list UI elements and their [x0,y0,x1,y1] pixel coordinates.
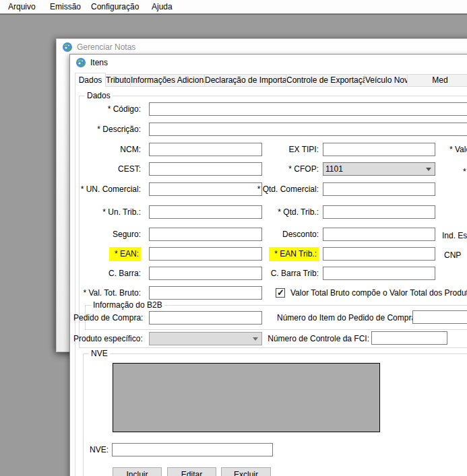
window-title: Gerenciar Notas [77,42,135,52]
qtd-comercial-label: * Qtd. Comercial: [252,182,319,196]
tab-declaracao-de-importacao[interactable]: Declaração de Importação [204,74,286,86]
tab-informacoes-adicionais[interactable]: Informações Adicionais [130,74,205,86]
menu-ajuda[interactable]: Ajuda [149,0,175,13]
editar-button[interactable]: Editar [167,467,216,476]
app-icon [75,57,86,68]
cnpj-label-cut: CNP [444,248,461,262]
group-nve-title: NVE [89,349,110,358]
val-tot-bruto-input[interactable] [149,286,262,300]
ean-trib-label-highlight: * EAN Trib.: [269,247,319,261]
desconto-label: Desconto: [252,228,319,241]
cest-input[interactable] [149,162,262,176]
asterisk-label-cut: * [463,165,466,178]
valor-label-cut: * Valor [449,143,467,156]
tab-dados[interactable]: Dados [75,73,106,87]
numero-controle-fci-input[interactable] [371,331,447,345]
qtd-comercial-input[interactable] [323,182,435,196]
desktop: { "colors": { "highlight": "#FFFF00", "d… [0,0,467,476]
menu-arquivo[interactable]: Arquivo [5,0,38,13]
tab-controle-de-exportacao[interactable]: Controle de Exportação [286,74,365,86]
window-title: Itens [90,58,108,67]
chevron-down-icon [426,168,431,171]
pedido-compra-label: Pedido de Compra: [73,311,141,325]
numero-controle-fci-label: Número de Controle da FCI: [235,332,369,345]
excluir-button[interactable]: Excluir [221,467,271,476]
group-b2b-title: Informação do B2B [91,300,164,310]
incluir-button[interactable]: Incluir [113,467,162,476]
cfop-label: * CFOP: [252,162,319,176]
un-comercial-input[interactable] [149,182,262,196]
tab-medicamento[interactable]: Med [407,74,467,86]
c-barra-input[interactable] [149,267,262,280]
un-comercial-label: * UN. Comercial: [73,182,141,196]
c-barra-trib-input[interactable] [323,267,435,280]
group-dados-title: Dados [85,91,113,100]
ean-input[interactable] [149,247,262,261]
ex-tipi-input[interactable] [323,143,435,156]
val-tot-bruto-label: * Val. Tot. Bruto: [73,286,141,300]
qtd-trib-label: * Qtd. Trib.: [252,205,319,219]
ean-trib-input[interactable] [323,247,435,261]
menu-configuracao[interactable]: Configuração [88,0,142,13]
un-trib-input[interactable] [149,205,262,219]
ean-trib-label: * EAN Trib.: [252,247,319,261]
ean-label: * EAN: [73,247,141,261]
ind-escala-label-cut: Ind. Es [442,229,467,242]
produto-especifico-label: Produto específico: [73,332,141,345]
qtd-trib-input[interactable] [323,205,435,219]
desconto-input[interactable] [323,228,435,241]
window-itens: Itens Dados Tributos Informações Adicion… [69,54,467,476]
valor-bruto-checkbox[interactable] [276,288,285,298]
tab-veiculo-novo[interactable]: Veículo Novo [365,74,408,86]
c-barra-trib-label: C. Barra Trib: [252,267,319,280]
valor-bruto-checkbox-label: Valor Total Bruto compõe o Valor Total d… [290,286,467,300]
descricao-input[interactable] [149,123,467,136]
menu-emissao[interactable]: Emissão [47,0,84,13]
seguro-label: Seguro: [73,228,141,241]
tab-tributos[interactable]: Tributos [105,74,131,86]
nve-label: NVE: [82,443,108,456]
c-barra-label: C. Barra: [73,267,141,280]
codigo-input[interactable] [149,102,467,116]
codigo-label: * Código: [73,102,141,116]
seguro-input[interactable] [149,228,262,241]
pedido-compra-input[interactable] [149,311,262,325]
cfop-value: 1101 [325,164,343,174]
un-trib-label: * Un. Trib.: [73,205,141,219]
menu-bar: Arquivo Emissão Configuração Ajuda [0,0,467,15]
cest-label: CEST: [73,162,141,176]
gerenciar-notas-titlebar[interactable]: Gerenciar Notas [57,39,467,55]
numero-item-pedido-label: Número do Item do Pedido de Compra [277,311,416,325]
itens-titlebar[interactable]: Itens [70,55,467,70]
ex-tipi-label: EX TIPI: [252,143,319,156]
nve-input[interactable] [112,443,273,456]
descricao-label: * Descrição: [73,123,141,136]
numero-item-pedido-input[interactable] [412,310,467,324]
ncm-label: NCM: [73,143,141,156]
app-icon [62,42,73,53]
cfop-combobox[interactable]: 1101 [323,162,435,176]
ncm-input[interactable] [149,143,262,156]
nve-listbox[interactable] [113,363,380,432]
ean-label-highlight: * EAN: [109,247,141,261]
